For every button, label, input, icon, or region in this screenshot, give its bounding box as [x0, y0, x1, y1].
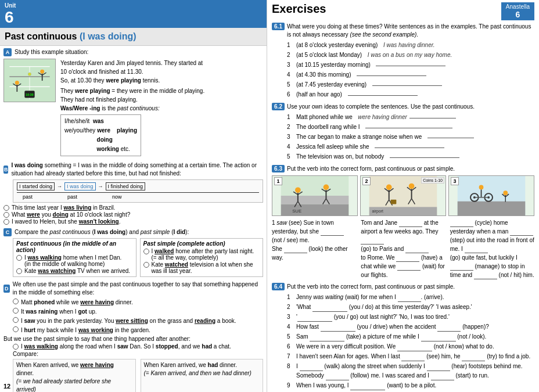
ex-6-3-col-1: 1 saw (see) Sue in town yesterday, but s…	[272, 218, 356, 279]
timeline-box: I started doing → I was doing → I finish…	[13, 179, 263, 203]
compare-col-left: Past continuous (in the middle of an act…	[13, 238, 136, 277]
ex-6-1-item-6: 6 (half an hour ago)	[287, 90, 534, 99]
b-bullet-1: This time last year I was living in Braz…	[3, 204, 263, 211]
exercise-6-3: 6.3 Put the verb into the correct form, …	[272, 165, 534, 279]
ex-6-4-item-5: 5 Sam (take) a picture of me while I (no…	[287, 332, 534, 341]
compare-box-c: Past continuous (in the middle of an act…	[13, 238, 263, 277]
svg-point-56	[479, 185, 484, 190]
section-b: B I was doing something = I was in the m…	[3, 161, 263, 225]
d-two-col: When Karen arrived, we were having dinne…	[13, 359, 263, 392]
section-b-label: B	[3, 166, 8, 174]
section-d-intro: We often use the past simple and the pas…	[13, 280, 263, 297]
d-bullet-3: I saw you in the park yesterday. You wer…	[13, 317, 263, 325]
svg-text:10:30: 10:30	[26, 93, 33, 96]
example-text-a: Yesterday Karen and Jim played tennis. T…	[60, 59, 204, 158]
ex-6-1-instruction: What were you doing at these times? Writ…	[287, 23, 534, 39]
ex-6-3-instruction: Put the verb into the correct form, past…	[287, 165, 534, 173]
ex-6-3-images: 1	[272, 175, 534, 216]
b-bullet-3: I waved to Helen, but she wasn't looking…	[3, 218, 263, 225]
d-bullet-1: Matt phoned while we were having dinner.	[13, 298, 263, 307]
anastella-box: Anastella 6	[501, 2, 534, 20]
d-col-left: When Karen arrived, we were having dinne…	[13, 359, 136, 392]
ex-6-2-num: 6.2	[272, 103, 285, 110]
ex-6-4-instruction: Put the verb into the correct form, past…	[287, 283, 534, 291]
ex-6-3-col-2: Tom and Jane at the airport a few weeks …	[361, 218, 445, 279]
conjugation-box: I/he/she/it was we/you/they were playing…	[60, 114, 141, 156]
b-bullet-2: What were you doing at 10 o'clock last n…	[3, 211, 263, 218]
right-header: Exercises Anastella 6	[272, 2, 534, 20]
svg-text:SUE: SUE	[292, 208, 301, 214]
ex-6-4-item-1: 1 Jenny was waiting (wait) for me when I…	[287, 293, 534, 302]
ex-6-4-item-8: 8 I (walk) along the street when suddenl…	[287, 362, 534, 380]
section-d: D We often use the past simple and the p…	[3, 280, 263, 392]
ex-6-4-item-4: 4 How fast (you / drive) when the accide…	[287, 322, 534, 332]
scene-2-num: 2	[362, 177, 371, 185]
svg-point-25	[324, 185, 329, 190]
section-b-text: I was doing something = I was in the mid…	[11, 161, 263, 178]
ex-6-2-item-4: 4 Jessica fell asleep while she	[287, 142, 534, 152]
ex-6-4-item-3: 3 ' (you / go) out last night?' 'No, I w…	[287, 312, 534, 322]
tennis-image: 10:30	[3, 59, 56, 102]
d-compare-label: Compare:	[13, 351, 263, 357]
exercise-6-2: 6.2 Use your own ideas to complete the s…	[272, 103, 534, 161]
left-panel: Unit 6 Past continuous (I was doing) A S…	[0, 0, 267, 392]
svg-point-9	[40, 70, 44, 74]
section-a: A Study this example situation:	[3, 48, 263, 158]
scene-1-num: 1	[274, 177, 282, 185]
section-a-intro: Study this example situation:	[15, 48, 88, 56]
scene-3-num: 3	[451, 177, 459, 185]
svg-point-58	[503, 190, 508, 195]
d-text2: But we use the past simple to say that o…	[3, 336, 263, 342]
right-panel: Exercises Anastella 6 6.1 What were you …	[267, 0, 539, 392]
ex-6-2-item-1: 1 Matt phoned while we were having dinne…	[287, 113, 534, 122]
ex-6-2-instruction: Use your own ideas to complete the sente…	[287, 103, 534, 111]
ex-6-4-item-7: 7 I haven't seen Alan for ages. When I l…	[287, 352, 534, 361]
ex-6-4-items: 1 Jenny was waiting (wait) for me when I…	[287, 293, 534, 392]
section-c-title: Compare the past continuous (I was doing…	[15, 228, 189, 236]
scene-3: 3	[448, 175, 534, 216]
section-a-label: A	[3, 48, 12, 56]
unit-title: Past continuous (I was doing)	[0, 28, 267, 46]
ex-6-2-item-2: 2 The doorbell rang while I	[287, 123, 534, 132]
section-c: C Compare the past continuous (I was doi…	[3, 228, 263, 277]
d-bullet-2: It was raining when I got up.	[13, 307, 263, 316]
unit-number: 6	[5, 9, 16, 26]
section-d-label: D	[3, 285, 10, 293]
svg-rect-17	[281, 204, 349, 215]
svg-text:airport: airport	[372, 209, 383, 214]
ex-6-4-item-9: 9 When I was young, I (want) to be a pil…	[287, 381, 534, 390]
unit-header: Unit 6	[0, 0, 267, 28]
ex-6-4-item-6: 6 We were in a very difficult position. …	[287, 342, 534, 351]
svg-point-40	[409, 184, 415, 189]
svg-point-34	[386, 185, 392, 190]
d-col-right: When Karen arrived, we had dinner. (= Ka…	[141, 359, 264, 392]
section-c-label: C	[3, 228, 12, 236]
svg-point-5	[15, 81, 19, 85]
ex-6-2-item-5: 5 The television was on, but nobody	[287, 152, 534, 161]
ex-6-1-item-4: 4 (at 4.30 this morning)	[287, 70, 534, 80]
svg-point-13	[28, 73, 31, 75]
scene-2: 2 Coins 1-10	[360, 175, 446, 216]
d-bullet-4: I hurt my back while I was working in th…	[13, 326, 263, 335]
ex-6-3-num: 6.3	[272, 165, 285, 172]
ex-6-4-num: 6.4	[272, 283, 285, 290]
ex-6-2-items: 1 Matt phoned while we were having dinne…	[287, 113, 534, 161]
svg-point-19	[295, 187, 301, 193]
svg-rect-49	[458, 202, 526, 215]
ex-6-3-text: 1 saw (see) Sue in town yesterday, but s…	[272, 218, 534, 279]
exercise-6-1: 6.1 What were you doing at these times? …	[272, 23, 534, 99]
svg-rect-46	[391, 200, 397, 204]
d-bullet-5: I was walking along the road when I saw …	[13, 343, 263, 350]
ex-6-1-item-3: 3 (at 10.15 yesterday morning)	[287, 60, 534, 70]
page-num-left: 12	[3, 383, 10, 390]
ex-6-3-col-3: (cycle) home yesterday when a man (step)…	[450, 218, 534, 279]
ex-6-2-item-3: 3 The car began to make a strange noise …	[287, 132, 534, 142]
ex-6-1-items: 1 (at 8 o'clock yesterday evening) I was…	[287, 41, 534, 99]
ex-6-1-item-2: 2 (at 5 o'clock last Monday) I was on a …	[287, 51, 534, 60]
compare-col-right: Past simple (complete action) I walked h…	[140, 238, 264, 277]
ex-6-1-item-5: 5 (at 7.45 yesterday evening)	[287, 80, 534, 89]
exercise-6-4: 6.4 Put the verb into the correct form, …	[272, 283, 534, 392]
ex-6-4-item-2: 2 'What (you / do) at this time yesterda…	[287, 303, 534, 312]
exercises-title: Exercises	[272, 2, 326, 16]
svg-rect-18	[281, 196, 349, 204]
